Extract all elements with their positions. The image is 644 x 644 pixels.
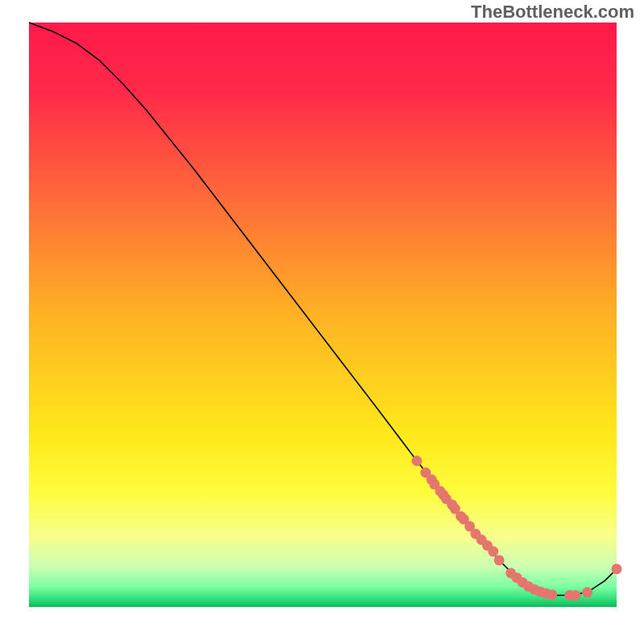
- watermark-label: TheBottleneck.com: [471, 2, 634, 23]
- marker-dot: [612, 564, 622, 574]
- plot-background: [29, 23, 617, 607]
- marker-dot: [411, 456, 422, 466]
- marker-dot: [570, 590, 580, 601]
- chart-canvas: [0, 0, 644, 644]
- marker-dot: [488, 547, 498, 557]
- marker-dot: [582, 587, 592, 597]
- marker-dot: [547, 589, 557, 600]
- bottleneck-chart: TheBottleneck.com: [0, 0, 644, 644]
- marker-dot: [494, 555, 505, 565]
